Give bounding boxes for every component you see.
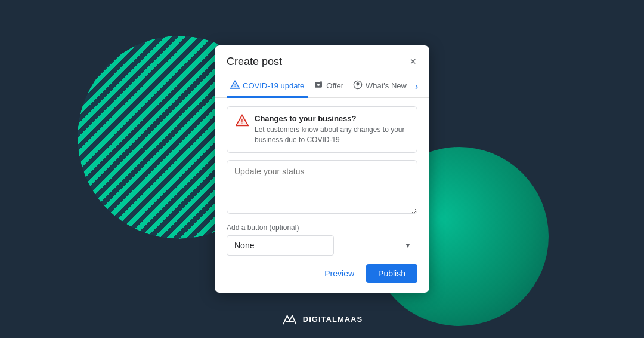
warning-icon: ! [236,114,249,130]
tab-offer[interactable]: Offer [310,75,347,98]
info-description: Let customers know about any changes to … [255,125,408,145]
branding-section: DIGITALMAAS [281,311,363,327]
post-status-textarea[interactable] [227,160,417,214]
modal-header: Create post × [215,45,429,68]
svg-text:!: ! [241,119,243,125]
digitalmaas-logo [281,311,298,327]
info-title: Changes to your business? [255,114,408,123]
covid-tab-icon: ! [230,80,240,91]
tab-covid-label: COVID-19 update [243,81,304,90]
close-button[interactable]: × [408,55,417,68]
button-select-wrapper: None Book Order online Buy Learn more Si… [227,235,417,256]
tab-offer-label: Offer [326,81,343,90]
info-content: Changes to your business? Let customers … [255,114,408,145]
brand-name-regular: DIGITAL [303,315,338,324]
svg-point-2 [357,87,358,87]
create-post-modal: Create post × ! COVID-19 update [215,45,429,293]
tabs-bar: ! COVID-19 update Offer [215,75,429,98]
brand-name: DIGITALMAAS [303,315,363,324]
brand-name-bold: MAAS [338,315,363,324]
info-box: ! Changes to your business? Let customer… [227,106,417,153]
tab-covid[interactable]: ! COVID-19 update [227,75,308,98]
tab-whatsnew-label: What's New [366,81,407,90]
svg-text:!: ! [234,84,236,88]
button-type-select[interactable]: None Book Order online Buy Learn more Si… [227,235,334,256]
textarea-wrapper [227,160,417,216]
modal-footer: Preview Publish [215,256,429,293]
button-optional-section: Add a button (optional) None Book Order … [227,223,417,256]
modal-overlay: Create post × ! COVID-19 update [215,45,429,293]
button-optional-label: Add a button (optional) [227,223,417,232]
publish-button[interactable]: Publish [366,264,417,283]
tabs-more-chevron[interactable]: › [413,79,420,94]
preview-button[interactable]: Preview [317,264,361,283]
modal-title: Create post [227,56,282,68]
tab-whatsnew[interactable]: What's New [349,75,410,98]
offer-tab-icon [314,80,323,91]
select-arrow-icon: ▼ [404,241,411,250]
whatsnew-tab-icon [353,80,363,91]
